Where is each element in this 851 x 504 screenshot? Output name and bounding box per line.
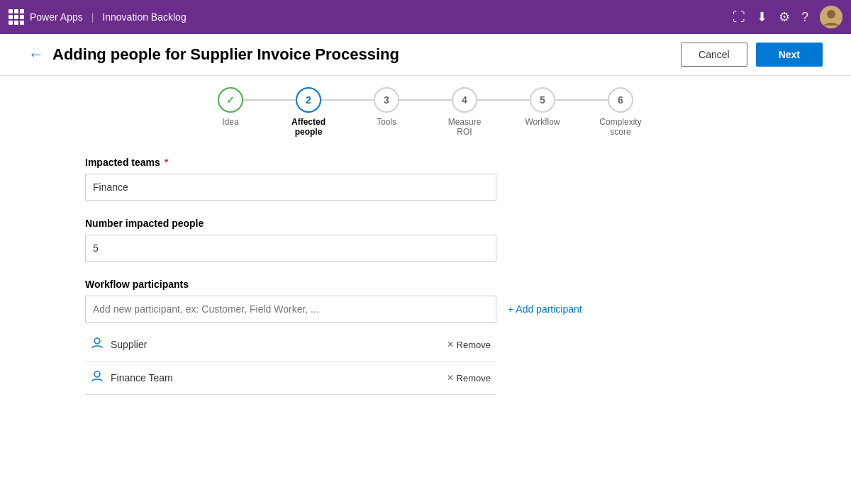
step-1: ✓ Idea <box>191 87 269 127</box>
step-4: 4 MeasureROI <box>425 87 504 137</box>
impacted-teams-label: Impacted teams * <box>85 157 766 168</box>
step-6: 6 Complexityscore <box>582 87 660 137</box>
participant-input[interactable] <box>85 296 496 323</box>
steps-row: ✓ Idea 2 Affectedpeople 3 Tools 4 Measur… <box>191 87 660 137</box>
step-5: 5 Workflow <box>504 87 582 127</box>
step-label-6: Complexityscore <box>599 117 641 137</box>
required-star: * <box>162 157 168 168</box>
person-icon-finance <box>91 370 104 386</box>
impacted-teams-input[interactable] <box>85 174 496 201</box>
step-circle-4: 4 <box>452 87 477 113</box>
step-label-1: Idea <box>222 117 238 127</box>
screen-icon[interactable]: ⛶ <box>733 10 745 25</box>
step-label-5: Workflow <box>525 117 560 127</box>
avatar[interactable] <box>820 6 842 28</box>
svg-point-3 <box>94 371 100 377</box>
impacted-teams-group: Impacted teams * <box>85 157 766 201</box>
participant-left-finance: Finance Team <box>91 370 173 386</box>
remove-finance-button[interactable]: ✕ Remove <box>447 373 491 383</box>
step-circle-1: ✓ <box>218 87 243 113</box>
remove-finance-label: Remove <box>457 373 491 383</box>
download-icon[interactable]: ⬇ <box>757 9 767 25</box>
person-icon-supplier <box>91 337 104 352</box>
workflow-participants-label: Workflow participants <box>85 279 766 290</box>
back-button[interactable]: ← <box>28 45 44 64</box>
step-circle-6: 6 <box>608 87 633 113</box>
page-title: Adding people for Supplier Invoice Proce… <box>52 45 399 64</box>
page-header-left: ← Adding people for Supplier Invoice Pro… <box>28 45 399 64</box>
topbar: Power Apps | Innovation Backlog ⛶ ⬇ ⚙ ? <box>0 0 851 34</box>
remove-supplier-label: Remove <box>457 340 491 350</box>
participant-left-supplier: Supplier <box>91 337 147 352</box>
participant-input-row: + Add participant <box>85 296 766 323</box>
step-label-2: Affectedpeople <box>291 117 326 137</box>
topbar-left: Power Apps | Innovation Backlog <box>9 9 733 25</box>
number-impacted-group: Number impacted people <box>85 218 766 262</box>
svg-point-2 <box>94 338 100 344</box>
add-participant-button[interactable]: + Add participant <box>508 303 582 315</box>
help-icon[interactable]: ? <box>801 10 808 25</box>
topbar-separator: | <box>91 11 94 23</box>
step-2: 2 Affectedpeople <box>269 87 347 137</box>
cancel-button[interactable]: Cancel <box>681 43 747 67</box>
step-circle-3: 3 <box>374 87 399 113</box>
participant-name-finance: Finance Team <box>111 372 173 383</box>
settings-icon[interactable]: ⚙ <box>779 9 790 25</box>
workflow-participants-group: Workflow participants + Add participant … <box>85 279 766 395</box>
step-3: 3 Tools <box>347 87 425 127</box>
participant-name-supplier: Supplier <box>111 339 147 350</box>
step-label-4: MeasureROI <box>448 117 482 137</box>
step-label-3: Tools <box>377 117 396 127</box>
app-name: Power Apps <box>30 11 83 23</box>
header-actions: Cancel Next <box>681 43 823 67</box>
topbar-actions: ⛶ ⬇ ⚙ ? <box>733 6 842 28</box>
remove-x-icon-finance: ✕ <box>447 373 454 383</box>
participant-row: Finance Team ✕ Remove <box>85 362 496 395</box>
remove-supplier-button[interactable]: ✕ Remove <box>447 340 491 350</box>
next-button[interactable]: Next <box>756 43 823 67</box>
participant-list: Supplier ✕ Remove Finance Team <box>85 328 496 395</box>
participant-row: Supplier ✕ Remove <box>85 328 496 362</box>
page-header: ← Adding people for Supplier Invoice Pro… <box>0 34 851 76</box>
step-circle-5: 5 <box>530 87 555 113</box>
stepper: ✓ Idea 2 Affectedpeople 3 Tools 4 Measur… <box>0 76 851 140</box>
step-circle-2: 2 <box>296 87 321 113</box>
waffle-icon[interactable] <box>9 9 24 25</box>
svg-point-1 <box>827 10 835 18</box>
main-content: Impacted teams * Number impacted people … <box>0 140 851 429</box>
number-impacted-label: Number impacted people <box>85 218 766 229</box>
number-impacted-input[interactable] <box>85 235 496 262</box>
topbar-section: Innovation Backlog <box>102 11 186 23</box>
remove-x-icon-supplier: ✕ <box>447 340 454 349</box>
